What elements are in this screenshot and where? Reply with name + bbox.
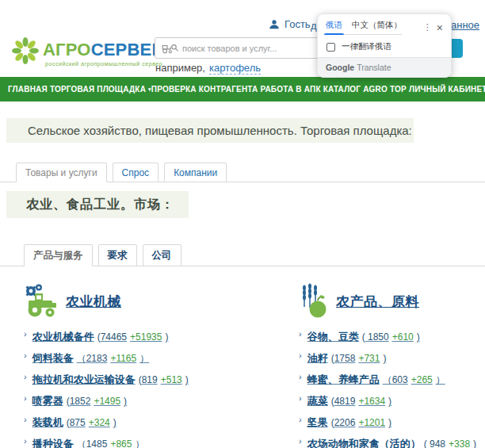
translate-tab-chinese[interactable]: 中文（简体） xyxy=(352,20,402,31)
tabs-russian: Товары и услуги Спрос Компании xyxy=(0,161,485,182)
chevron-bullet-icon: › xyxy=(24,436,27,446)
chevron-bullet-icon: › xyxy=(299,329,302,339)
nav-item[interactable]: ТОРГОВАЯ ПЛОЩАДКА▾ xyxy=(50,85,151,94)
login-link-partial[interactable]: д xyxy=(311,20,317,32)
translate-language-tabs: 俄语 中文（简体） xyxy=(326,20,402,35)
logo-part-agro: АГРО xyxy=(43,40,91,59)
category-header-products[interactable]: 农产品、原料 xyxy=(299,283,485,320)
tab[interactable]: 公司 xyxy=(143,244,181,266)
category-link[interactable]: 油籽(1758+731) xyxy=(307,351,387,366)
close-icon[interactable]: × xyxy=(435,22,445,33)
category-link[interactable]: 谷物、豆类( 1850+610) xyxy=(307,330,420,344)
category-link[interactable]: 饲料装备（2183+1165） xyxy=(32,351,150,366)
wheat-apple-icon xyxy=(299,283,330,320)
category-list-item: › 蔬菜(4819+1634) xyxy=(299,390,485,412)
category-list-item: › 农场动物和家禽（活的）( 948+338) xyxy=(299,433,485,448)
category-list-item: › 农业机械备件(74465+51935) xyxy=(24,326,289,347)
guest-label: Гость xyxy=(285,18,311,30)
tab[interactable]: Компании xyxy=(164,163,227,182)
category-column-machinery: 农业机械 › 农业机械备件(74465+51935) › 饲料装备（2183+1… xyxy=(24,283,289,448)
category-header-machinery[interactable]: 农业机械 xyxy=(24,283,289,320)
logo-flower-icon xyxy=(11,36,40,65)
chevron-bullet-icon: › xyxy=(299,350,302,360)
google-brand-label: Google xyxy=(326,63,354,72)
nav-item[interactable]: ГЛАВНАЯ xyxy=(8,85,50,94)
section-heading-zh-text: 农业、食品工业。市场： xyxy=(6,197,174,213)
category-list-item: › 坚果(2206+1201) xyxy=(299,412,485,433)
always-translate-label: 一律翻译俄语 xyxy=(342,41,391,52)
logo-tagline: российский агропромышленный сервер xyxy=(45,61,162,67)
chevron-bullet-icon: › xyxy=(24,372,27,381)
logo-part-server: СЕРВЕР xyxy=(91,40,164,59)
translate-popup-header: 俄语 中文（简体） ⋮ × xyxy=(318,14,451,35)
tab[interactable]: 产品与服务 xyxy=(24,244,93,266)
guest-user: Гость xyxy=(269,18,311,30)
category-list-item: › 装载机(875+324) xyxy=(24,412,289,433)
tab[interactable]: Спрос xyxy=(113,163,159,182)
translate-popup: 俄语 中文（简体） ⋮ × 一律翻译俄语 GoogleTranslate xyxy=(317,13,452,78)
tab[interactable]: Товары и услуги xyxy=(16,163,107,182)
chevron-bullet-icon: › xyxy=(299,415,302,424)
chevron-bullet-icon: › xyxy=(24,393,27,403)
category-list-item: › 油籽(1758+731) xyxy=(299,347,485,369)
translate-options-row: 一律翻译俄语 xyxy=(318,35,451,52)
chevron-bullet-icon: › xyxy=(24,415,27,424)
category-link[interactable]: 农场动物和家禽（活的）( 948+338) xyxy=(307,437,476,448)
example-link[interactable]: картофель xyxy=(209,62,261,75)
category-title-products[interactable]: 农产品、原料 xyxy=(336,293,419,311)
category-link[interactable]: 拖拉机和农业运输设备(819+513) xyxy=(32,373,189,387)
section-heading-ru: Сельское хозяйство, пищевая промышленнос… xyxy=(6,118,414,143)
category-link[interactable]: 蜂蜜、养蜂产品（603+265） xyxy=(307,373,445,387)
section-heading-ru-text: Сельское хозяйство, пищевая промышленнос… xyxy=(6,124,412,137)
category-link[interactable]: 坚果(2206+1201) xyxy=(307,415,391,430)
nav-item[interactable]: КАТАЛОГ AGRO TOP xyxy=(323,85,409,94)
category-list-item: › 播种设备（1485+865） xyxy=(24,433,289,448)
nav-item[interactable]: ПРОВЕРКА КОНТРАГЕНТА xyxy=(151,85,261,94)
category-list-machinery: › 农业机械备件(74465+51935) › 饲料装备（2183+1165） … xyxy=(24,326,289,448)
overflow-menu-icon[interactable]: ⋮ xyxy=(420,22,435,33)
favorites-link-partial[interactable]: анное xyxy=(451,19,479,31)
translate-tab-russian[interactable]: 俄语 xyxy=(326,20,342,31)
search-example: например,картофель xyxy=(155,62,261,74)
category-link[interactable]: 装载机(875+324) xyxy=(32,415,116,430)
category-title-machinery[interactable]: 农业机械 xyxy=(66,293,121,311)
category-list-item: › 喷雾器(1852+1495) xyxy=(24,390,289,412)
chevron-bullet-icon: › xyxy=(299,436,302,446)
example-prefix: например, xyxy=(155,62,205,74)
category-list-item: › 谷物、豆类( 1850+610) xyxy=(299,326,485,347)
chevron-bullet-icon: › xyxy=(24,329,27,339)
user-icon xyxy=(269,19,280,30)
section-heading-zh: 农业、食品工业。市场： xyxy=(6,191,189,218)
category-link[interactable]: 农业机械备件(74465+51935) xyxy=(32,330,169,344)
category-column-products: 农产品、原料 › 谷物、豆类( 1850+610) › 油籽(1758+731)… xyxy=(299,283,485,448)
main-nav: ГЛАВНАЯ ТОРГОВАЯ ПЛОЩАДКА▾ ПРОВЕРКА КОНТ… xyxy=(0,77,485,101)
category-link[interactable]: 播种设备（1485+865） xyxy=(32,437,145,448)
category-list-products: › 谷物、豆类( 1850+610) › 油籽(1758+731) › 蜂蜜、养… xyxy=(299,326,485,448)
category-list-item: › 拖拉机和农业运输设备(819+513) xyxy=(24,369,289,390)
chevron-bullet-icon: › xyxy=(299,393,302,403)
category-list-item: › 蜂蜜、养蜂产品（603+265） xyxy=(299,369,485,390)
category-link[interactable]: 蔬菜(4819+1634) xyxy=(307,394,391,408)
tabs-chinese: 产品与服务 要求 公司 xyxy=(0,245,485,266)
nav-item[interactable]: ЛИЧНЫЙ КАБИНЕТ xyxy=(409,85,485,94)
translate-brand-label: Translate xyxy=(357,63,391,72)
nav-item[interactable]: РАБОТА В АПК xyxy=(260,85,323,94)
category-link[interactable]: 喷雾器(1852+1495) xyxy=(32,394,127,408)
chevron-bullet-icon: › xyxy=(299,372,302,381)
search-tractor-icon xyxy=(161,42,178,55)
translate-footer: GoogleTranslate xyxy=(318,57,451,77)
chevron-bullet-icon: › xyxy=(24,350,27,360)
category-list-item: › 饲料装备（2183+1165） xyxy=(24,347,289,369)
chevron-down-icon: ▾ xyxy=(148,86,151,92)
page: Гость д анное АГРОСЕРВЕР.ru российский а… xyxy=(0,0,485,448)
always-translate-checkbox[interactable] xyxy=(327,43,335,52)
tractor-icon xyxy=(24,283,60,320)
tab[interactable]: 要求 xyxy=(98,244,137,266)
